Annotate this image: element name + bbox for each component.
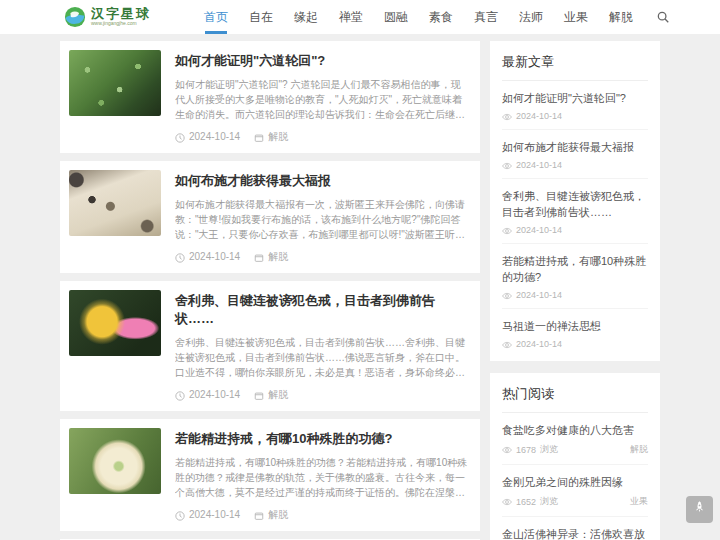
eye-icon xyxy=(502,497,512,507)
article-category[interactable]: 解脱 xyxy=(268,508,288,522)
latest-item[interactable]: 舍利弗、目犍连被谤犯色戒，目击者到佛前告状…… 2024-10-14 xyxy=(502,179,648,244)
article-meta: 2024-10-14 解脱 xyxy=(175,130,468,144)
article-thumbnail[interactable] xyxy=(69,50,161,116)
latest-item-date: 2024-10-14 xyxy=(516,111,562,121)
article-title[interactable]: 若能精进持戒，有哪10种殊胜的功德? xyxy=(175,430,468,448)
hot-item[interactable]: 金山活佛神异录：活佛欢喜放生 1537浏览 缘起 xyxy=(502,517,648,540)
latest-item-date: 2024-10-14 xyxy=(516,225,562,235)
views-label: 浏览 xyxy=(540,443,558,456)
article-meta: 2024-10-14 解脱 xyxy=(175,508,468,522)
article-excerpt: 舍利弗、目犍连被谤犯色戒，目击者到佛前告状……舍利弗、目犍连被谤犯色戒，目击者到… xyxy=(175,335,468,380)
sidebar: 最新文章 如何才能证明"六道轮回"? 2024-10-14 如何布施才能获得最大… xyxy=(490,41,660,540)
clock-icon xyxy=(175,251,185,262)
latest-item-title[interactable]: 舍利弗、目犍连被谤犯色戒，目击者到佛前告状…… xyxy=(502,188,648,220)
latest-articles-title: 最新文章 xyxy=(502,53,648,81)
article-thumbnail[interactable] xyxy=(69,290,161,356)
latest-item-title[interactable]: 若能精进持戒，有哪10种殊胜的功德? xyxy=(502,253,648,285)
nav-item-chantang[interactable]: 禅堂 xyxy=(339,0,363,34)
latest-item-title[interactable]: 如何布施才能获得最大福报 xyxy=(502,139,648,155)
latest-item-title[interactable]: 马祖道一的禅法思想 xyxy=(502,318,648,334)
category-icon xyxy=(254,131,264,142)
hot-reading-card: 热门阅读 食盐吃多对健康的八大危害 1678浏览 解脱 金刚兄弟之间的殊胜因缘 … xyxy=(490,373,660,540)
article-date: 2024-10-14 xyxy=(189,131,240,142)
eye-icon xyxy=(502,111,512,121)
nav-item-yeguo[interactable]: 业果 xyxy=(564,0,588,34)
latest-item-title[interactable]: 如何才能证明"六道轮回"? xyxy=(502,90,648,106)
logo-globe-icon xyxy=(64,6,86,28)
article-excerpt: 如何才能证明"六道轮回"? 六道轮回是人们最不容易相信的事，现代人所接受的大多是… xyxy=(175,77,468,122)
article-category[interactable]: 解脱 xyxy=(268,250,288,264)
eye-icon xyxy=(502,160,512,170)
eye-icon xyxy=(502,339,512,349)
latest-item[interactable]: 如何才能证明"六道轮回"? 2024-10-14 xyxy=(502,81,648,130)
article-date: 2024-10-14 xyxy=(189,509,240,520)
latest-item[interactable]: 如何布施才能获得最大福报 2024-10-14 xyxy=(502,130,648,179)
nav-item-zhenyan[interactable]: 真言 xyxy=(474,0,498,34)
main-content: 如何才能证明"六道轮回"? 如何才能证明"六道轮回"? 六道轮回是人们最不容易相… xyxy=(0,34,720,540)
hot-item-views: 1678 xyxy=(516,445,536,455)
latest-item-date: 2024-10-14 xyxy=(516,290,562,300)
eye-icon xyxy=(502,225,512,235)
nav-item-home[interactable]: 首页 xyxy=(204,0,228,34)
article-meta: 2024-10-14 解脱 xyxy=(175,250,468,264)
article-meta: 2024-10-14 解脱 xyxy=(175,388,468,402)
site-name: 汉字星球 xyxy=(91,7,151,21)
category-icon xyxy=(254,251,264,262)
article-card[interactable]: 如何布施才能获得最大福报 如何布施才能获得最大福报有一次，波斯匿王来拜会佛陀，向… xyxy=(60,161,480,273)
clock-icon xyxy=(175,131,185,142)
article-title[interactable]: 如何才能证明"六道轮回"? xyxy=(175,52,468,70)
article-date: 2024-10-14 xyxy=(189,389,240,400)
site-logo[interactable]: 汉字星球 www.jingangjhe.com xyxy=(64,6,151,28)
search-icon[interactable] xyxy=(656,0,670,34)
hot-reading-title: 热门阅读 xyxy=(502,385,648,413)
hot-item[interactable]: 金刚兄弟之间的殊胜因缘 1652浏览 业果 xyxy=(502,465,648,517)
article-card[interactable]: 舍利弗、目犍连被谤犯色戒，目击者到佛前告状…… 舍利弗、目犍连被谤犯色戒，目击者… xyxy=(60,281,480,411)
article-excerpt: 若能精进持戒，有哪10种殊胜的功德？若能精进持戒，有哪10种殊胜的功德？戒律是佛… xyxy=(175,455,468,500)
hot-item-title[interactable]: 金山活佛神异录：活佛欢喜放生 xyxy=(502,526,648,540)
nav-item-jietuo[interactable]: 解脱 xyxy=(609,0,633,34)
hot-item[interactable]: 食盐吃多对健康的八大危害 1678浏览 解脱 xyxy=(502,413,648,465)
hot-item-title[interactable]: 食盐吃多对健康的八大危害 xyxy=(502,422,648,438)
back-to-top-button[interactable] xyxy=(686,496,713,523)
latest-articles-card: 最新文章 如何才能证明"六道轮回"? 2024-10-14 如何布施才能获得最大… xyxy=(490,41,660,361)
category-icon xyxy=(254,509,264,520)
eye-icon xyxy=(502,445,512,455)
latest-item[interactable]: 马祖道一的禅法思想 2024-10-14 xyxy=(502,309,648,357)
site-header: 汉字星球 www.jingangjhe.com 首页 自在 缘起 禅堂 圆融 素… xyxy=(0,0,720,34)
article-category[interactable]: 解脱 xyxy=(268,388,288,402)
latest-item-date: 2024-10-14 xyxy=(516,339,562,349)
rocket-icon xyxy=(692,500,707,519)
eye-icon xyxy=(502,290,512,300)
hot-item-category[interactable]: 解脱 xyxy=(630,443,648,456)
nav-item-fashi[interactable]: 法师 xyxy=(519,0,543,34)
article-card[interactable]: 如何才能证明"六道轮回"? 如何才能证明"六道轮回"? 六道轮回是人们最不容易相… xyxy=(60,41,480,153)
article-title[interactable]: 舍利弗、目犍连被谤犯色戒，目击者到佛前告状…… xyxy=(175,292,468,328)
main-nav: 首页 自在 缘起 禅堂 圆融 素食 真言 法师 业果 解脱 xyxy=(204,0,670,34)
category-icon xyxy=(254,389,264,400)
article-card[interactable]: 若能精进持戒，有哪10种殊胜的功德? 若能精进持戒，有哪10种殊胜的功德？若能精… xyxy=(60,419,480,531)
views-label: 浏览 xyxy=(540,495,558,508)
clock-icon xyxy=(175,509,185,520)
latest-item[interactable]: 若能精进持戒，有哪10种殊胜的功德? 2024-10-14 xyxy=(502,244,648,309)
hot-item-title[interactable]: 金刚兄弟之间的殊胜因缘 xyxy=(502,474,648,490)
hot-item-views: 1652 xyxy=(516,497,536,507)
nav-item-zizai[interactable]: 自在 xyxy=(249,0,273,34)
nav-item-yuanqi[interactable]: 缘起 xyxy=(294,0,318,34)
site-url: www.jingangjhe.com xyxy=(91,21,151,27)
article-category[interactable]: 解脱 xyxy=(268,130,288,144)
nav-item-sushi[interactable]: 素食 xyxy=(429,0,453,34)
nav-item-yuanrong[interactable]: 圆融 xyxy=(384,0,408,34)
hot-item-category[interactable]: 业果 xyxy=(630,495,648,508)
article-thumbnail[interactable] xyxy=(69,170,161,236)
article-date: 2024-10-14 xyxy=(189,251,240,262)
clock-icon xyxy=(175,389,185,400)
article-excerpt: 如何布施才能获得最大福报有一次，波斯匿王来拜会佛陀，向佛请教："世尊!假如我要行… xyxy=(175,197,468,242)
article-thumbnail[interactable] xyxy=(69,428,161,494)
article-title[interactable]: 如何布施才能获得最大福报 xyxy=(175,172,468,190)
article-list: 如何才能证明"六道轮回"? 如何才能证明"六道轮回"? 六道轮回是人们最不容易相… xyxy=(60,41,480,540)
latest-item-date: 2024-10-14 xyxy=(516,160,562,170)
